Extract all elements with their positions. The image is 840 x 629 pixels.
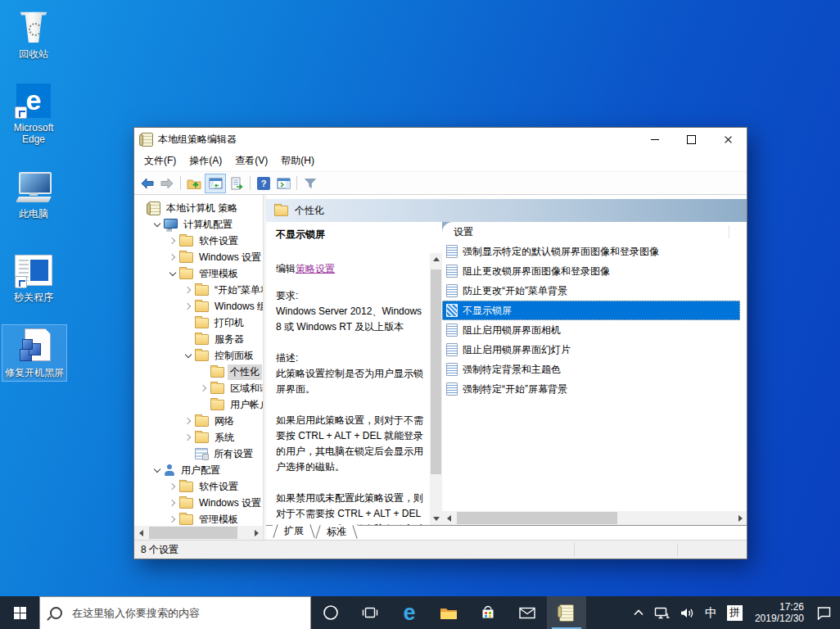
up-one-level-icon[interactable]: [185, 174, 203, 192]
collapse-chevron-icon[interactable]: [151, 219, 162, 230]
search-input[interactable]: [70, 606, 278, 620]
menu-item[interactable]: 查看(V): [228, 152, 274, 170]
settings-list-item[interactable]: 强制显示特定的默认锁屏界面图像和登录图像: [442, 242, 740, 261]
expand-chevron-icon[interactable]: [183, 416, 193, 427]
taskbar-explorer-button[interactable]: [429, 596, 468, 629]
taskbar-mail-button[interactable]: [508, 596, 547, 629]
console-tree-icon[interactable]: [205, 174, 226, 193]
tree-item[interactable]: 用户帐户: [134, 396, 263, 413]
tree-item[interactable]: Windows 设置: [134, 249, 263, 265]
task-view-icon: [362, 606, 378, 619]
desktop-icon-miaoguan[interactable]: 秒关程序: [2, 250, 65, 305]
tree-item[interactable]: 用户配置: [134, 462, 263, 478]
expand-chevron-icon[interactable]: [183, 285, 193, 296]
settings-list-item[interactable]: 防止更改“开始”菜单背景: [442, 281, 740, 301]
description-vertical-scrollbar[interactable]: [430, 253, 442, 525]
ime-mode-indicator[interactable]: 拼: [722, 596, 747, 629]
cortana-button[interactable]: [311, 596, 350, 629]
forward-icon[interactable]: [158, 174, 176, 192]
scroll-left-icon[interactable]: [134, 526, 147, 540]
taskbar-clock[interactable]: 17:26 2019/12/30: [747, 596, 811, 629]
scrollbar-thumb[interactable]: [431, 269, 441, 474]
expand-chevron-icon[interactable]: [167, 252, 178, 263]
volume-tray-icon[interactable]: [675, 596, 700, 629]
menu-item[interactable]: 帮助(H): [274, 152, 321, 170]
settings-column-header[interactable]: 设置: [442, 222, 747, 242]
back-icon[interactable]: [138, 174, 156, 192]
tree-item[interactable]: 区域和语言: [134, 380, 263, 396]
desktop-icon-edge[interactable]: e Microsoft Edge: [2, 80, 65, 147]
tree-item[interactable]: “开始”菜单和任务栏: [134, 282, 263, 298]
scroll-right-icon[interactable]: [734, 511, 747, 525]
collapse-chevron-icon[interactable]: [183, 351, 193, 361]
expand-chevron-icon[interactable]: [167, 514, 178, 525]
scrollbar-thumb[interactable]: [149, 527, 237, 539]
desktop-icon-this-pc[interactable]: 此电脑: [2, 166, 65, 222]
minimize-button[interactable]: [636, 128, 673, 151]
desktop-icon-repair-black-screen[interactable]: 修复开机黑屏: [2, 324, 67, 382]
view-tab[interactable]: 扩展: [273, 524, 315, 540]
expand-chevron-icon[interactable]: [183, 301, 193, 312]
settings-list-item[interactable]: 阻止启用锁屏界面幻灯片: [442, 340, 740, 360]
help-icon[interactable]: [255, 174, 273, 192]
collapse-chevron-icon[interactable]: [151, 465, 162, 476]
menu-item[interactable]: 操作(A): [183, 152, 228, 170]
menu-item[interactable]: 文件(F): [138, 152, 183, 170]
folder-icon: [195, 416, 209, 427]
view-tab[interactable]: 标准: [315, 525, 358, 540]
folder-icon: [179, 498, 193, 509]
tree-item[interactable]: 管理模板: [134, 511, 263, 526]
settings-list-item[interactable]: 阻止更改锁屏界面图像和登录图像: [442, 261, 740, 281]
export-list-icon[interactable]: [228, 174, 246, 192]
tree-item[interactable]: Windows 组件: [134, 298, 263, 314]
taskbar-store-button[interactable]: [468, 596, 508, 629]
maximize-button[interactable]: [673, 128, 710, 151]
expand-chevron-icon[interactable]: [167, 236, 178, 247]
taskbar-search[interactable]: [39, 596, 311, 629]
title-bar[interactable]: 本地组策略编辑器: [134, 128, 747, 151]
tray-overflow-chevron[interactable]: [628, 596, 649, 629]
taskbar-gpedit-button[interactable]: [547, 596, 586, 629]
expand-chevron-icon[interactable]: [183, 432, 193, 443]
settings-list-item[interactable]: 强制特定背景和主题色: [442, 360, 740, 379]
settings-list-item[interactable]: 强制特定“开始”屏幕背景: [442, 379, 740, 399]
edit-policy-link[interactable]: 策略设置: [296, 263, 335, 274]
tree-item[interactable]: 软件设置: [134, 478, 263, 495]
settings-list-item[interactable]: 不显示锁屏: [442, 301, 740, 320]
tree-item[interactable]: 网络: [134, 413, 263, 429]
settings-list-item[interactable]: 阻止启用锁屏界面相机: [442, 320, 740, 340]
language-indicator[interactable]: 中: [700, 596, 722, 629]
list-horizontal-scrollbar[interactable]: [442, 511, 747, 525]
collapse-chevron-icon[interactable]: [167, 269, 178, 279]
tree-item[interactable]: 本地计算机 策略: [134, 200, 263, 216]
tree-item[interactable]: 管理模板: [134, 265, 263, 282]
tree-item[interactable]: 软件设置: [134, 233, 263, 249]
scroll-right-icon[interactable]: [250, 526, 263, 540]
tree-item[interactable]: 系统: [134, 429, 263, 446]
start-button[interactable]: [0, 596, 39, 629]
cortana-icon: [323, 604, 339, 621]
tree-horizontal-scrollbar[interactable]: [134, 526, 263, 540]
action-pane-icon[interactable]: [274, 174, 292, 192]
tree-item[interactable]: Windows 设置: [134, 495, 263, 511]
tree-item[interactable]: 控制面板: [134, 347, 263, 364]
network-tray-icon[interactable]: [649, 596, 675, 629]
tree-item[interactable]: 计算机配置: [134, 216, 263, 233]
desktop-icon-recycle-bin[interactable]: 回收站: [2, 7, 65, 62]
taskbar-edge-button[interactable]: e: [390, 596, 429, 629]
scrollbar-thumb[interactable]: [457, 512, 617, 524]
tree-item[interactable]: 服务器: [134, 331, 263, 347]
scroll-left-icon[interactable]: [442, 511, 455, 525]
scroll-up-icon[interactable]: [430, 253, 442, 265]
expand-chevron-icon[interactable]: [167, 482, 178, 492]
expand-chevron-icon[interactable]: [198, 383, 209, 394]
task-view-button[interactable]: [350, 596, 390, 629]
tree-item[interactable]: 打印机: [134, 314, 263, 331]
tree-item[interactable]: 所有设置: [134, 446, 263, 462]
filter-icon[interactable]: [301, 174, 319, 192]
close-button[interactable]: [710, 128, 747, 151]
expand-chevron-icon[interactable]: [167, 498, 178, 509]
action-center-button[interactable]: [811, 596, 837, 629]
tree-item[interactable]: 个性化: [134, 364, 263, 380]
scroll-down-icon[interactable]: [430, 513, 442, 525]
